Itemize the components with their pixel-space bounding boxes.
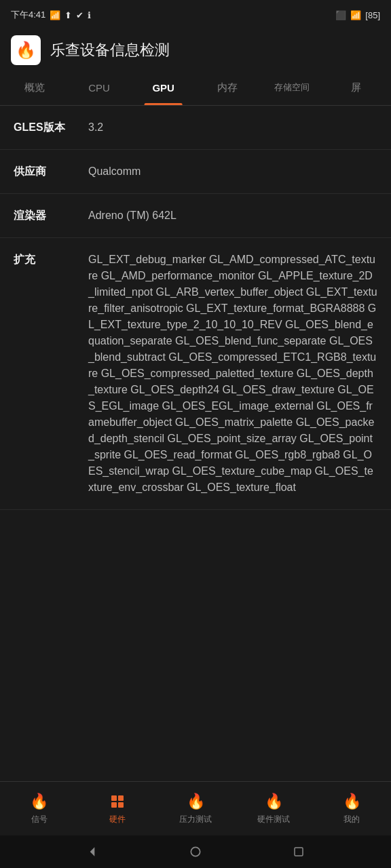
status-bar: 下午4:41 📶 ⬆ ✔ ℹ ⬛ 📶 [85]: [0, 0, 391, 30]
wifi-icon: 📶: [350, 10, 361, 20]
hwtest-nav-label: 硬件测试: [257, 814, 290, 825]
tab-memory[interactable]: 内存: [196, 70, 260, 105]
renderer-row: 渲染器 Adreno (TM) 642L: [0, 194, 391, 238]
app-icon: 🔥: [11, 35, 41, 65]
check-icon: ✔: [76, 10, 83, 20]
nav-hardware[interactable]: 硬件: [78, 792, 156, 825]
gles-version-value: 3.2: [88, 119, 377, 136]
bottom-nav: 🔥 信号 硬件 🔥 压力测试 🔥 硬件测试 🔥 我的: [0, 781, 391, 835]
status-right: ⬛ 📶 [85]: [335, 10, 380, 20]
stress-nav-label: 压力测试: [179, 814, 212, 825]
tab-storage[interactable]: 存储空间: [260, 70, 324, 105]
renderer-value: Adreno (TM) 642L: [88, 208, 377, 224]
signal-nav-icon: 🔥: [30, 792, 49, 811]
stress-nav-icon: 🔥: [186, 792, 205, 811]
time-display: 下午4:41: [11, 9, 45, 21]
system-nav-bar: [0, 835, 391, 868]
upload-icon: ⬆: [64, 10, 72, 20]
mine-nav-label: 我的: [343, 814, 360, 825]
svg-rect-1: [118, 795, 124, 801]
gles-version-label: GLES版本: [14, 119, 88, 135]
nav-hwtest[interactable]: 🔥 硬件测试: [235, 792, 313, 825]
svg-rect-2: [111, 802, 117, 808]
title-bar: 🔥 乐查设备信息检测: [0, 30, 391, 71]
vendor-row: 供应商 Qualcomm: [0, 150, 391, 194]
status-left: 下午4:41 📶 ⬆ ✔ ℹ: [11, 9, 91, 21]
hardware-nav-icon: [108, 792, 127, 811]
nav-mine[interactable]: 🔥 我的: [313, 792, 391, 825]
mine-nav-icon: 🔥: [342, 792, 361, 811]
signal-nav-label: 信号: [31, 814, 48, 825]
tab-more[interactable]: 屏: [324, 70, 388, 105]
gpu-info-content: GLES版本 3.2 供应商 Qualcomm 渲染器 Adreno (TM) …: [0, 106, 391, 781]
tab-bar: 概览 CPU GPU 内存 存储空间 屏: [0, 71, 391, 106]
hwtest-nav-icon: 🔥: [264, 792, 283, 811]
battery-display: [85]: [365, 10, 380, 20]
info-icon: ℹ: [88, 10, 91, 20]
nav-home-button[interactable]: [187, 844, 204, 860]
svg-point-5: [191, 847, 200, 856]
svg-rect-0: [111, 795, 117, 801]
hardware-nav-label: 硬件: [109, 814, 126, 825]
nav-signal[interactable]: 🔥 信号: [0, 792, 78, 825]
app-title: 乐查设备信息检测: [50, 40, 170, 60]
svg-rect-3: [118, 802, 124, 808]
nav-stress[interactable]: 🔥 压力测试: [156, 792, 234, 825]
extensions-row: 扩充 GL_EXT_debug_marker GL_AMD_compressed…: [0, 238, 391, 510]
vendor-value: Qualcomm: [88, 163, 377, 180]
signal-icon: 📶: [50, 10, 60, 20]
tab-gpu[interactable]: GPU: [131, 70, 196, 105]
gles-version-row: GLES版本 3.2: [0, 106, 391, 150]
tab-cpu[interactable]: CPU: [67, 70, 132, 105]
tab-overview[interactable]: 概览: [3, 70, 67, 105]
extensions-label: 扩充: [14, 252, 88, 267]
nav-recents-button[interactable]: [291, 844, 307, 860]
svg-marker-4: [90, 847, 95, 856]
extensions-value: GL_EXT_debug_marker GL_AMD_compressed_AT…: [88, 252, 377, 496]
vendor-label: 供应商: [14, 163, 88, 179]
renderer-label: 渲染器: [14, 208, 88, 223]
screen-icon: ⬛: [335, 10, 346, 20]
nav-back-button[interactable]: [84, 844, 100, 860]
svg-rect-6: [295, 848, 303, 856]
